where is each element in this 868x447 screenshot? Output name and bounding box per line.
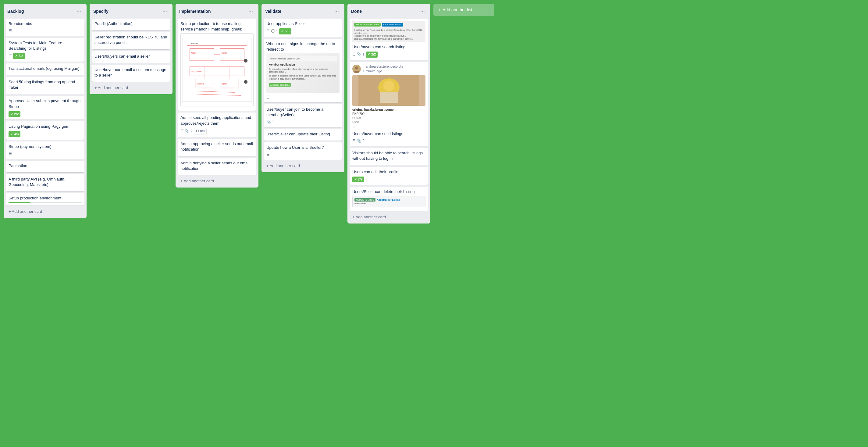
card-text: Setup production.rb to use mailing servi… [180, 21, 254, 32]
description-icon: ☰ [352, 52, 356, 57]
card-stripe[interactable]: Stripe (payment system) ☰ [6, 142, 84, 159]
column-title-done: Done [351, 9, 362, 14]
column-menu-specify[interactable]: ··· [161, 7, 169, 15]
card-text: Pagination [8, 163, 82, 169]
listing-price: PHP 700 [352, 112, 426, 116]
card-listing-pagination[interactable]: Listing Pagination using Pagy gem ✓ 3/3 [6, 121, 84, 140]
card-user-buyers-search-listing[interactable]: Search with Breed Posts Clear Search Pos… [350, 19, 428, 60]
card-text: User/buyers can search listing [352, 44, 426, 50]
svg-rect-26 [380, 92, 398, 103]
card-transactional-emails[interactable]: Transactional emails (eg. using Mailgun)… [6, 63, 84, 75]
card-third-party-api[interactable]: A third party API (e.g. Omniauth, Geocod… [6, 174, 84, 191]
card-footer: ☰ [8, 151, 82, 156]
add-card-button-specify[interactable]: + Add another card [92, 84, 170, 92]
column-header-backlog: Backlog ··· [6, 6, 84, 17]
card-user-buyer-custom-message[interactable]: User/buyer can email a custom message to… [92, 65, 170, 82]
card-pagination[interactable]: Pagination [6, 161, 84, 172]
card-visitors-search-listings[interactable]: Visitors should be able to search listin… [350, 148, 428, 165]
card-users-buyer-see-listings[interactable]: maryheartlyn.terencecordie 1 minute ago … [350, 62, 428, 146]
card-breadcrumbs[interactable]: Breadcrumbs ☰ [6, 19, 84, 36]
column-title-backlog: Backlog [7, 9, 24, 14]
card-text: Update how a User is a `#seller?` [267, 145, 340, 150]
svg-point-22 [355, 66, 358, 69]
column-validate: Validate ··· User applies as Seller ☰ 💬 … [261, 4, 344, 172]
column-backlog: Backlog ··· Breadcrumbs ☰ System Tests f… [4, 4, 87, 218]
card-footer: ☰ 📎 2 ☐ 0/9 [180, 128, 254, 135]
checklist-badge: ✓ 2/2 [366, 52, 378, 57]
svg-text:Application: Application [191, 70, 202, 73]
card-seller-registration-restful[interactable]: Seller registration should be RESTful an… [92, 32, 170, 49]
description-icon: ☰ [267, 29, 270, 34]
card-users-edit-profile[interactable]: Users can edit their profile ✓ 7/7 [350, 167, 428, 185]
add-card-button-done[interactable]: + Add another card [350, 213, 428, 221]
card-text: Admin approving a seller sends out email… [180, 141, 254, 152]
add-card-button-validate[interactable]: + Add another card [264, 161, 342, 170]
card-users-seller-update-listing[interactable]: Users/Seller can update their Listing [264, 129, 342, 141]
column-header-done: Done ··· [350, 6, 428, 17]
add-column-label: Add another list [442, 7, 472, 12]
checklist-badge: ✓ 2/2 [8, 111, 21, 117]
card-system-tests[interactable]: System Tests for Main Feature - Searchin… [6, 38, 84, 62]
card-users-buyers-email-seller[interactable]: Users/buyers can email a seller [92, 51, 170, 63]
card-approved-user-stripe[interactable]: Approved User submits payment through St… [6, 96, 84, 120]
attach-icon: 📎 2 [185, 129, 193, 134]
description-icon: ☰ [267, 152, 270, 157]
progress-bar-container [8, 202, 82, 203]
description-icon: ☰ [352, 139, 356, 144]
card-setup-production[interactable]: Setup production environment [6, 193, 84, 206]
card-users-seller-delete-listing[interactable]: Users/Seller can delete their Listing ME… [350, 187, 428, 211]
card-text: Users can edit their profile [352, 169, 426, 175]
add-card-button-implementation[interactable]: + Add another card [178, 177, 256, 185]
card-user-signs-in-url[interactable]: When a user signs in, change the url to … [264, 39, 342, 102]
card-text: Users/buyer can see Listings [352, 131, 426, 137]
card-footer: ☰ 💬 1 ✓ 5/5 [267, 28, 340, 34]
card-text: Admin denying a seller sends out email n… [180, 160, 254, 171]
add-breeder-preview: MEMBER STATUS Add Breeder Listing Blue W… [352, 196, 426, 208]
svg-point-27 [383, 81, 394, 91]
card-seed-listings[interactable]: Seed 50 dog listings from dog api and ff… [6, 77, 84, 94]
card-update-user-seller[interactable]: Update how a User is a `#seller?` ☰ [264, 142, 342, 160]
card-text: User/buyer can email a custom message to… [94, 67, 167, 78]
checklist-badge: ✓ 3/3 [8, 131, 21, 137]
card-admin-approving-seller[interactable]: Admin approving a seller sends out email… [178, 139, 256, 156]
svg-text:Model: Model [191, 42, 198, 45]
card-user-applies-seller[interactable]: User applies as Seller ☰ 💬 1 ✓ 5/5 [264, 19, 342, 37]
card-admin-denying-seller[interactable]: Admin denying a seller sends out email n… [178, 158, 256, 175]
column-implementation: Implementation ··· Setup production.rb t… [176, 4, 258, 187]
checklist-badge: ☐ 0/9 [194, 128, 207, 135]
description-icon: ☰ [180, 129, 184, 134]
column-done: Done ··· Search with Breed Posts Clear S… [347, 4, 430, 224]
svg-text:User: User [191, 52, 196, 54]
card-admin-sees-applications[interactable]: Admin sees all pending applications and … [178, 113, 256, 137]
card-footer: ✓ 2/2 [8, 111, 82, 117]
column-specify: Specify ··· Pundit (Authorization) Selle… [90, 4, 173, 94]
card-footer: ☰ [267, 95, 340, 100]
card-text: When a user signs in, change the url to … [267, 41, 340, 52]
heart-icon: ♡ [352, 125, 426, 129]
svg-text:Seller: Seller [222, 52, 227, 54]
column-menu-backlog[interactable]: ··· [75, 7, 83, 15]
add-column-button[interactable]: + Add another list [433, 4, 494, 16]
column-title-implementation: Implementation [179, 9, 211, 14]
column-menu-validate[interactable]: ··· [333, 7, 341, 15]
card-user-buyer-join-member[interactable]: User/buyer can join to become a member(S… [264, 104, 342, 127]
card-footer: ☰ [8, 28, 82, 33]
column-title-specify: Specify [93, 9, 108, 14]
card-text: Setup production environment [8, 196, 82, 201]
add-card-button-backlog[interactable]: + Add another card [6, 207, 84, 215]
card-pundit[interactable]: Pundit (Authorization) [92, 19, 170, 30]
card-footer: 📎 1 [267, 120, 340, 125]
card-setup-production-rb[interactable]: Setup production.rb to use mailing servi… [178, 19, 256, 111]
description-icon: ☰ [8, 151, 12, 156]
column-menu-implementation[interactable]: ··· [247, 7, 255, 15]
card-text: Admin sees all pending applications and … [180, 115, 254, 126]
card-footer: ✓ 3/3 [8, 131, 82, 137]
card-footer: ☰ 📎 1 ✓ 2/2 [352, 52, 426, 57]
plus-icon: + [438, 7, 441, 12]
card-text: Approved User submits payment through St… [8, 98, 82, 109]
description-icon: ☰ [8, 28, 12, 33]
card-text: Users/Seller can update their Listing [267, 131, 340, 137]
column-menu-done[interactable]: ··· [418, 7, 427, 15]
card-footer: ☰ 📎 2 [352, 139, 426, 144]
search-listing-preview: Search with Breed Posts Clear Search Pos… [352, 21, 426, 42]
